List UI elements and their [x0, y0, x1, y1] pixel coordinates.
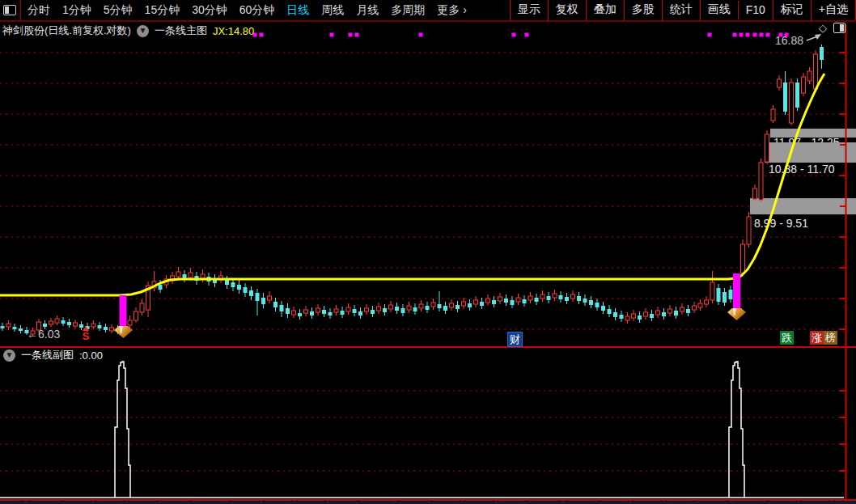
chevron-down-icon[interactable]: ▼	[3, 349, 15, 362]
main-indicator-value: JX:14.80	[213, 25, 254, 37]
toolbar-button[interactable]: 叠加	[586, 0, 624, 20]
toolbar-button[interactable]: 显示	[510, 0, 548, 20]
svg-text:8.99 - 9.51: 8.99 - 9.51	[754, 217, 808, 230]
sub-gridlines	[0, 391, 845, 471]
toolbar-buttons: 显示复权叠加多股统计画线F10标记+自选	[510, 0, 856, 20]
period-tab[interactable]: 5分钟	[104, 3, 133, 18]
header-right-icons: ◇	[819, 22, 845, 34]
buy-gem-icon	[727, 308, 746, 320]
toolbar-button[interactable]: 多股	[624, 0, 662, 20]
period-tabs: 分时1分钟5分钟15分钟30分钟60分钟日线周线月线多周期更多 ›	[28, 3, 467, 18]
subchart-spikes	[115, 362, 744, 498]
buy-gem-icon	[114, 326, 133, 338]
layout-window-icon[interactable]	[3, 5, 16, 15]
main-indicator-line	[0, 74, 824, 295]
candlestick-series	[1, 44, 824, 337]
toolbar-button[interactable]: 复权	[548, 0, 586, 20]
sub-indicator-value: :0.00	[79, 349, 103, 362]
period-tab[interactable]: 月线	[356, 3, 379, 18]
period-tab[interactable]: 周线	[321, 3, 344, 18]
buy-signal-bars	[120, 273, 741, 326]
period-tab[interactable]: 15分钟	[145, 3, 180, 18]
toolbar-divider	[20, 0, 21, 20]
price-annotations: 16.88←6.03	[27, 34, 821, 341]
period-tab[interactable]: 1分钟	[62, 3, 91, 18]
wealth-badge[interactable]: 财	[507, 332, 523, 347]
toolbar-button[interactable]: F10	[738, 1, 773, 19]
stock-title: 神剑股份(日线.前复权.对数)	[2, 23, 131, 38]
signal-dots	[253, 33, 789, 37]
period-tab[interactable]: 多周期	[391, 3, 425, 18]
svg-text:11.97 - 12.25: 11.97 - 12.25	[773, 136, 840, 149]
period-tab[interactable]: 日线	[286, 3, 309, 18]
chevron-down-icon[interactable]: ▼	[137, 25, 149, 37]
rank-badge[interactable]: 榜	[824, 331, 837, 345]
top-toolbar: 分时1分钟5分钟15分钟30分钟60分钟日线周线月线多周期更多 › 显示复权叠加…	[0, 0, 856, 22]
toolbar-button[interactable]: 统计	[662, 0, 700, 20]
split-window-icon[interactable]	[833, 23, 845, 33]
diamond-icon[interactable]: ◇	[819, 22, 827, 34]
toolbar-button[interactable]: 标记	[773, 0, 811, 20]
main-indicator-name[interactable]: 一条线主图	[155, 23, 207, 38]
sell-signal-marker: S	[80, 326, 91, 341]
main-gridlines	[0, 53, 845, 329]
rise-badge[interactable]: 涨	[810, 331, 824, 345]
svg-text:10.88 - 11.70: 10.88 - 11.70	[769, 163, 835, 176]
chart-header: 神剑股份(日线.前复权.对数) ▼ 一条线主图 JX:14.80	[2, 23, 254, 38]
period-tab[interactable]: 更多 ›	[437, 3, 467, 18]
period-tab[interactable]: 30分钟	[192, 3, 227, 18]
period-tab[interactable]: 分时	[28, 3, 50, 18]
period-tab[interactable]: 60分钟	[239, 3, 275, 18]
app-window: 分时1分钟5分钟15分钟30分钟60分钟日线周线月线多周期更多 › 显示复权叠加…	[0, 0, 856, 504]
toolbar-button[interactable]: +自选	[811, 0, 856, 20]
chart-borders	[0, 24, 856, 503]
gap-zones: 11.97 - 12.2510.88 - 11.708.99 - 9.51	[750, 129, 856, 230]
fall-badge[interactable]: 跌	[780, 331, 794, 345]
svg-text:←6.03: ←6.03	[27, 328, 60, 341]
sub-indicator-name[interactable]: 一条线副图	[21, 348, 74, 362]
svg-text:16.88: 16.88	[775, 34, 803, 47]
subchart-header: ▼ 一条线副图 :0.00	[3, 348, 103, 362]
toolbar-button[interactable]: 画线	[700, 0, 738, 20]
chart-canvas: 11.97 - 12.2510.88 - 11.708.99 - 9.5116.…	[0, 22, 856, 504]
